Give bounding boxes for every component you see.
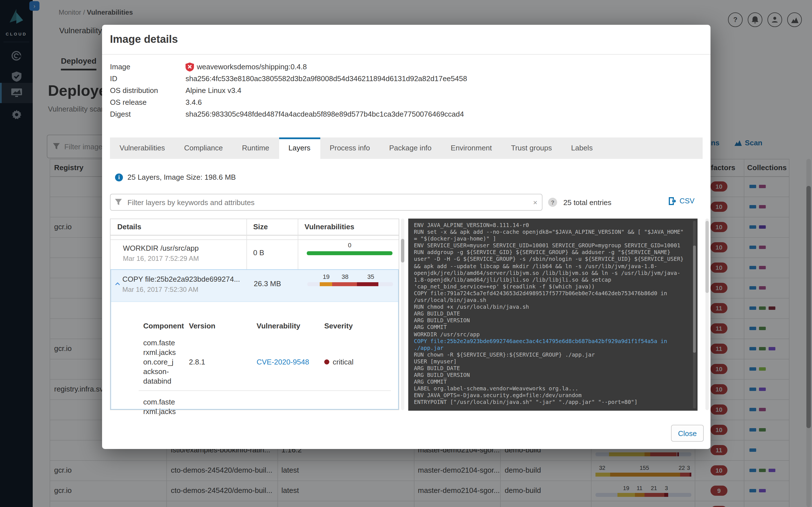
tab-trust-groups[interactable]: Trust groups [502,137,562,159]
vuln-bar-copy [307,282,393,286]
image-fields: Imageweaveworksdemos/shipping:0.4.8IDsha… [110,61,674,120]
code-scrollbar-thumb[interactable] [693,245,696,353]
header-vulnerabilities[interactable]: Vulnerabilities [305,223,354,231]
cve-link[interactable]: CVE-2020-9548 [257,358,309,366]
code-line: user" -D -H -G ${SERVICE_GROUP} -s /sbin… [414,256,692,263]
header-details[interactable]: Details [117,223,141,231]
filter-help-icon[interactable]: ? [548,198,557,207]
filter-funnel-icon [115,199,122,206]
field-value: Alpine Linux v3.4 [186,86,241,95]
code-line: ARG COMMIT [414,379,692,385]
layers-table-header: Details Size Vulnerabilities [110,219,399,235]
bar-segment-red [332,282,357,286]
vuln-count-zero: 0 [348,242,351,248]
info-icon: i [115,173,123,181]
tab-vulnerabilities[interactable]: Vulnerabilities [110,137,174,159]
code-line: 1.8-openjdk/lib/amd64/jli/libjli.so /lib… [414,277,692,283]
vuln-count: 38 [342,273,349,280]
layer-row-workdir[interactable]: WORKDIR /usr/src/app Mar 16, 2017 7:52:2… [110,239,399,270]
layer-row-copy[interactable]: COPY file:25b2e2a923bde699274... Mar 16,… [111,270,398,302]
layers-scrollbar-thumb[interactable] [401,239,404,263]
component-row-divider [139,390,391,391]
csv-label: CSV [679,196,695,205]
image-field-row: IDsha256:4fc533e8180ac3805582d3b2a9f8008… [110,73,674,84]
field-label: Digest [110,110,186,118]
vuln-bar-clean [307,251,393,255]
code-line: WORKDIR /usr/src/app [414,331,692,338]
tab-process-info[interactable]: Process info [320,137,379,159]
code-line: = "$(docker-java-home)" ] [414,235,692,242]
field-value: weaveworksdemos/shipping:0.4.8 [186,62,307,71]
modal-tabs: VulnerabilitiesComplianceRuntimeLayersPr… [110,137,703,159]
field-label: ID [110,74,186,83]
field-value: 3.4.6 [186,98,202,107]
clear-filter-icon[interactable]: × [533,198,538,207]
csv-export-icon [669,197,676,205]
severity-label: critical [333,358,354,366]
code-line: ENTRYPOINT ["/usr/local/bin/java.sh" "-j… [414,399,692,406]
vuln-count: 19 [323,273,330,280]
chevron-up-icon[interactable] [115,282,120,286]
code-line: LABEL org.label-schema.vendor=Weaveworks… [414,386,692,392]
screen: CLOUD [0,0,812,507]
code-line: COPY file:791a724c5a7efd4243653d2d498951… [414,290,692,297]
component-name-line: com.faste [143,398,175,406]
code-line: ENV JAVA_OPTS=-Djava.security.egd=file:/… [414,392,692,399]
code-line: ./app.jar [414,344,692,351]
tab-environment[interactable]: Environment [441,137,502,159]
tab-compliance[interactable]: Compliance [174,137,232,159]
layer-size: 0 B [253,248,264,257]
field-label: OS distribution [110,86,186,95]
image-field-row: Imageweaveworksdemos/shipping:0.4.8 [110,61,674,73]
tab-labels[interactable]: Labels [562,137,603,159]
field-value: sha256:4fc533e8180ac3805582d3b2a9f8008d5… [186,74,467,83]
tab-package-info[interactable]: Package info [379,137,441,159]
layer-date: Mar 16, 2017 7:52:29 AM [123,255,199,263]
field-label: OS release [110,98,186,107]
code-line: ARG BUILD_DATE [414,311,692,317]
layer-title: WORKDIR /usr/src/app [123,244,199,252]
tab-layers[interactable]: Layers [279,137,320,159]
modal-header-divider [102,54,711,55]
component-header-version: Version [189,322,215,330]
code-scrollbar[interactable] [693,221,696,408]
modal-scrollbar-thumb[interactable] [705,221,709,293]
csv-export-button[interactable]: CSV [669,196,695,205]
component-header-vulnerability: Vulnerability [257,322,300,330]
image-field-row: OS release3.4.6 [110,96,674,108]
field-value-text: sha256:983305c948fded487f4a4acdeab5f898e… [186,110,464,118]
code-line: ENV JAVA_ALPINE_VERSION=8.111.14-r0 [414,222,692,229]
component-name-line: rxml.jacks [143,407,176,416]
close-button[interactable]: Close [671,425,704,442]
code-line: USER [myuser] [414,358,692,365]
field-value-text: 3.4.6 [186,98,202,107]
severity-cell: critical [324,358,354,366]
layers-filter-input[interactable] [126,198,529,207]
layers-table-scrollbar[interactable] [401,219,404,410]
vuln-count: 35 [367,273,374,280]
layer-size: 26.3 MB [254,279,281,288]
header-size[interactable]: Size [253,223,268,231]
code-line: ARG BUILD_VERSION [414,372,692,379]
layers-summary: i 25 Layers, Image Size: 198.6 MB [115,173,236,181]
code-line: && apk add --update libcap && mkdir /lib… [414,263,692,270]
field-value: sha256:983305c948fded487f4a4acdeab5f898e… [186,110,464,118]
modal-scrollbar[interactable] [705,219,709,410]
layer-title: COPY file:25b2e2a923bde699274... [122,275,240,283]
vulnerable-shield-icon [186,62,194,71]
total-entries: 25 total entries [563,198,612,207]
component-name-line: on.core_j [143,358,173,366]
component-name-line: com.faste [143,339,175,347]
field-value-text: sha256:4fc533e8180ac3805582d3b2a9f8008d5… [186,74,467,83]
component-name-line: ackson- [143,367,169,376]
code-line: COPY file:25b2e2a923bde6992746aeec3ac4c1… [414,338,692,344]
layers-table: Details Size Vulnerabilities WORKDIR /us… [110,219,399,410]
code-line: /usr/local/bin/java.sh [414,297,692,304]
image-field-row: OS distributionAlpine Linux v3.4 [110,84,674,96]
tab-runtime[interactable]: Runtime [232,137,279,159]
field-label: Image [110,62,186,71]
component-name-line: databind [143,377,171,385]
layer-row-copy-expanded: COPY file:25b2e2a923bde699274... Mar 16,… [110,269,399,409]
code-line: RUN chmod +x /usr/local/bin/java.sh [414,304,692,311]
code-line: ARG BUILD_DATE [414,365,692,372]
